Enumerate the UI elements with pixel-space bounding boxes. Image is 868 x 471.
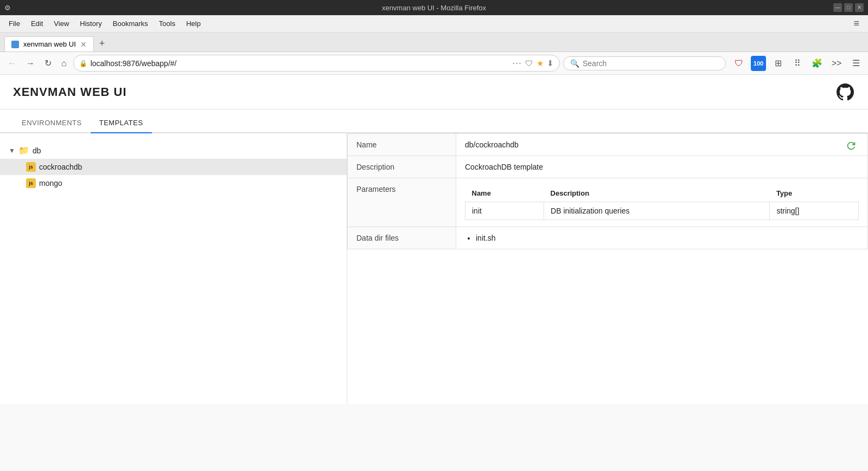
tab-favicon: [11, 41, 19, 48]
detail-row-data-dir: Data dir files init.sh: [348, 227, 868, 249]
maximize-button[interactable]: □: [844, 3, 853, 12]
minimize-button[interactable]: —: [833, 3, 842, 12]
detail-row-name: Name db/cockroachdb: [348, 134, 868, 156]
folder-name: db: [33, 146, 41, 155]
title-bar: ⚙ xenvman web UI - Mozilla Firefox — □ ✕: [0, 0, 868, 15]
reload-button[interactable]: ↻: [41, 56, 55, 70]
param-description: DB initialization queries: [544, 202, 770, 220]
menu-bookmarks[interactable]: Bookmarks: [108, 18, 152, 29]
menu-history[interactable]: History: [75, 18, 106, 29]
address-options-button[interactable]: ···: [512, 57, 522, 69]
home-button[interactable]: ⌂: [58, 56, 70, 70]
forward-button[interactable]: →: [23, 56, 38, 70]
browser-tab[interactable]: xenvman web UI ✕: [4, 36, 94, 51]
params-col-name: Name: [465, 185, 544, 202]
param-type: string[]: [770, 202, 859, 220]
js-file-icon: js: [26, 162, 36, 172]
app-nav: ENVIRONMENTS TEMPLATES: [0, 109, 868, 133]
download-icon[interactable]: ⬇: [547, 59, 554, 68]
data-dir-value: init.sh: [456, 227, 868, 249]
tree-item-label-cockroachdb: cockroachdb: [39, 163, 82, 171]
address-input-wrap[interactable]: 🔒 ··· 🛡 ★ ⬇: [73, 55, 560, 72]
nav-templates[interactable]: TEMPLATES: [91, 113, 152, 133]
tree-item-label-mongo: mongo: [39, 179, 62, 188]
data-dir-label: Data dir files: [348, 227, 456, 249]
grid-icon[interactable]: ⠿: [790, 56, 805, 71]
close-button[interactable]: ✕: [855, 3, 864, 12]
toolbar-icons: 🛡 100 ⊞ ⠿ 🧩 >> ☰: [731, 56, 864, 71]
refresh-area: [843, 138, 859, 157]
extension-icon[interactable]: 🧩: [809, 56, 825, 71]
params-col-description: Description: [544, 185, 770, 202]
window-title: xenvman web UI - Mozilla Firefox: [382, 4, 486, 12]
folder-icon: 📁: [18, 145, 29, 156]
app-title: XENVMAN WEB UI: [13, 85, 127, 99]
tab-close-button[interactable]: ✕: [80, 41, 87, 48]
search-wrap[interactable]: 🔍: [563, 56, 726, 70]
tree-panel: ▼ 📁 db js cockroachdb js mongo: [0, 133, 347, 404]
tree-item-cockroachdb[interactable]: js cockroachdb: [0, 159, 347, 175]
back-button[interactable]: ←: [4, 56, 20, 70]
window-controls[interactable]: — □ ✕: [833, 3, 864, 12]
search-icon: 🔍: [570, 59, 579, 68]
tree-item-mongo[interactable]: js mongo: [0, 175, 347, 191]
pocket-icon[interactable]: ≡: [849, 16, 864, 31]
description-value: CockroachDB template: [456, 156, 868, 178]
menu-view[interactable]: View: [49, 18, 73, 29]
menu-bar: File Edit View History Bookmarks Tools H…: [0, 15, 868, 33]
menu-tools[interactable]: Tools: [155, 18, 180, 29]
bookmark-icon[interactable]: ★: [537, 59, 544, 68]
title-bar-app-icon: ⚙: [4, 4, 11, 12]
name-label: Name: [348, 134, 456, 156]
name-value: db/cockroachdb: [456, 134, 868, 156]
param-name: init: [465, 202, 544, 220]
badge-icon[interactable]: 100: [751, 56, 766, 71]
content-area: ▼ 📁 db js cockroachdb js mongo Name db/c…: [0, 133, 868, 404]
shield-icon[interactable]: 🛡: [731, 56, 746, 71]
data-dir-file: init.sh: [476, 234, 859, 242]
address-bar: ← → ↻ ⌂ 🔒 ··· 🛡 ★ ⬇ 🔍 🛡 100 ⊞ ⠿ 🧩 >> ☰: [0, 52, 868, 75]
tab-bar: xenvman web UI ✕ +: [0, 33, 868, 52]
description-label: Description: [348, 156, 456, 178]
params-col-type: Type: [770, 185, 859, 202]
address-input[interactable]: [91, 59, 509, 68]
js-file-icon-mongo: js: [26, 178, 36, 188]
menu-file[interactable]: File: [4, 18, 24, 29]
tree-folder-db[interactable]: ▼ 📁 db: [0, 142, 347, 159]
nav-environments[interactable]: ENVIRONMENTS: [13, 113, 91, 133]
detail-row-description: Description CockroachDB template: [348, 156, 868, 178]
params-row: init DB initialization queries string[]: [465, 202, 859, 220]
menu-edit[interactable]: Edit: [27, 18, 47, 29]
parameters-value: Name Description Type init DB initializa…: [456, 178, 868, 227]
search-input[interactable]: [583, 59, 719, 68]
params-header-row: Name Description Type: [465, 185, 859, 202]
chevron-down-icon: ▼: [9, 147, 15, 154]
menu-help[interactable]: Help: [182, 18, 205, 29]
parameters-label: Parameters: [348, 178, 456, 227]
overflow-icon[interactable]: >>: [829, 56, 844, 71]
layout-icon[interactable]: ⊞: [770, 56, 786, 71]
lock-icon: 🔒: [79, 60, 87, 67]
app-header: XENVMAN WEB UI: [0, 75, 868, 109]
data-dir-list: init.sh: [465, 234, 859, 242]
detail-panel: Name db/cockroachdb Description Cockroac…: [347, 133, 868, 404]
refresh-button[interactable]: [843, 138, 859, 157]
detail-table: Name db/cockroachdb Description Cockroac…: [347, 133, 868, 249]
tab-label: xenvman web UI: [23, 40, 76, 48]
params-table: Name Description Type init DB initializa…: [465, 185, 859, 220]
pocket-save-icon[interactable]: 🛡: [525, 59, 533, 68]
github-icon[interactable]: [835, 82, 855, 102]
new-tab-button[interactable]: +: [94, 35, 111, 51]
menu-button[interactable]: ☰: [848, 56, 864, 71]
detail-row-parameters: Parameters Name Description Type: [348, 178, 868, 227]
